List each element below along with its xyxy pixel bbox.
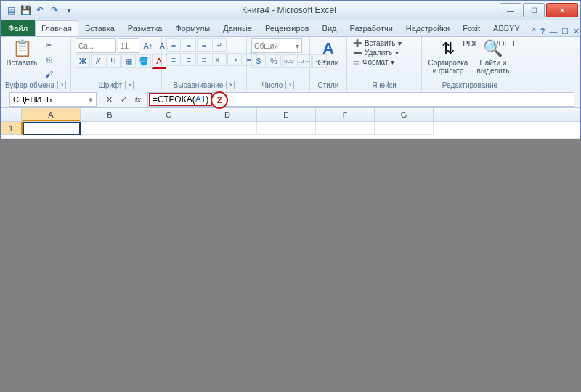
paste-button[interactable]: 📋 Вставить (5, 38, 38, 67)
formula-bar: СЦЕПИТЬ ▾ ✕ ✓ fx =СТРОКА(A1) 2 (1, 91, 580, 108)
formula-text-suffix: ) (206, 94, 208, 105)
align-right-button[interactable]: ≡ (197, 53, 211, 66)
ribbon-minimize-icon[interactable]: ^ (532, 27, 536, 36)
insert-function-button[interactable]: fx (131, 93, 145, 106)
save-icon[interactable]: 💾 (20, 4, 31, 16)
sort-filter-label: Сортировка и фильтр (426, 59, 470, 75)
group-alignment: ≡ ≡ ≡ ⤶ ≡ ≡ ≡ ⇤ ⇥ ⇔ Выравнивание↘ (162, 37, 247, 91)
file-tab[interactable]: Файл (1, 20, 35, 36)
find-icon: 🔍 (482, 38, 504, 59)
column-header-a[interactable]: A (22, 108, 81, 121)
row-header-1[interactable]: 1 (1, 122, 23, 135)
font-launcher[interactable]: ↘ (125, 81, 134, 89)
mdi-minimize-icon[interactable]: — (549, 27, 557, 36)
formula-input[interactable]: =СТРОКА(A1) 2 (147, 92, 574, 107)
redo-icon[interactable]: ↷ (49, 4, 60, 16)
column-header-f[interactable]: F (316, 108, 375, 121)
fill-color-button[interactable]: 🪣 (137, 54, 151, 68)
increase-indent-button[interactable]: ⇥ (227, 53, 242, 66)
cell-g1[interactable] (375, 122, 434, 135)
alignment-launcher[interactable]: ↘ (226, 81, 235, 89)
borders-button[interactable]: ▦ (121, 54, 136, 68)
number-launcher[interactable]: ↘ (285, 81, 294, 89)
cell-styles-button[interactable]: A Стили (314, 38, 342, 67)
mdi-close-icon[interactable]: ✕ (573, 27, 580, 36)
minimize-button[interactable]: — (500, 3, 521, 17)
align-middle-button[interactable]: ≡ (182, 38, 196, 52)
tab-view[interactable]: Вид (316, 20, 344, 36)
italic-button[interactable]: К (91, 54, 105, 68)
delete-cells-button[interactable]: ➖Удалить▾ (352, 48, 400, 57)
tab-abbyy[interactable]: ABBYY PDF T (487, 20, 527, 36)
format-icon: ▭ (353, 58, 359, 66)
decrease-indent-button[interactable]: ⇤ (212, 53, 227, 66)
align-center-button[interactable]: ≡ (182, 53, 196, 66)
column-header-e[interactable]: E (257, 108, 316, 121)
find-select-button[interactable]: 🔍 Найти и выделить (473, 38, 513, 75)
tab-pagelayout[interactable]: Разметка ст (121, 20, 169, 36)
tab-review[interactable]: Рецензиров (259, 20, 316, 36)
chevron-down-icon: ▾ (391, 58, 394, 66)
clipboard-launcher[interactable]: ↘ (57, 81, 66, 89)
mdi-restore-icon[interactable]: ☐ (561, 27, 569, 36)
close-button[interactable]: ✕ (546, 3, 578, 17)
font-size-combo[interactable]: 11 (118, 38, 139, 53)
bold-button[interactable]: Ж (76, 54, 90, 68)
delete-icon: ➖ (353, 49, 362, 57)
mdi-controls: ^ ? — ☐ ✕ (527, 27, 581, 36)
tab-home[interactable]: Главная (35, 20, 78, 36)
cell-f1[interactable] (316, 122, 375, 135)
group-cells-caption: Ячейки (372, 81, 397, 89)
maximize-button[interactable]: ☐ (523, 3, 545, 17)
quick-access-toolbar: ▤ 💾 ↶ ↷ ▾ (1, 4, 79, 16)
column-header-g[interactable]: G (375, 108, 434, 121)
tab-foxit[interactable]: Foxit PDF (456, 20, 487, 36)
comma-button[interactable]: 000 (282, 54, 296, 68)
column-header-c[interactable]: C (139, 108, 198, 121)
column-header-b[interactable]: B (81, 108, 139, 121)
styles-icon: A (317, 38, 339, 59)
group-cells: ➕Вставить▾ ➖Удалить▾ ▭Формат▾ Ячейки (347, 37, 422, 91)
tab-developer[interactable]: Разработчи (344, 20, 399, 36)
group-font-caption: Шрифт (99, 81, 123, 89)
tab-insert[interactable]: Вставка (78, 20, 121, 36)
cut-button[interactable]: ✂ (41, 38, 56, 52)
cell-c1[interactable] (139, 122, 198, 135)
group-alignment-caption: Выравнивание (174, 81, 224, 89)
tab-formulas[interactable]: Формулы (168, 20, 216, 36)
cell-b1[interactable] (81, 122, 139, 135)
cell-e1[interactable] (257, 122, 316, 135)
align-top-button[interactable]: ≡ (166, 38, 181, 52)
help-icon[interactable]: ? (540, 27, 545, 36)
underline-button[interactable]: Ч (106, 54, 121, 68)
wrap-text-button[interactable]: ⤶ (212, 38, 227, 52)
align-left-button[interactable]: ≡ (166, 53, 181, 66)
increase-decimal-button[interactable]: .0→ (297, 54, 312, 68)
tab-addins[interactable]: Надстройки (399, 20, 456, 36)
number-format-combo[interactable]: Общий▾ (251, 38, 302, 53)
percent-button[interactable]: % (267, 54, 281, 68)
cell-a1[interactable] (23, 122, 81, 135)
title-bar: ▤ 💾 ↶ ↷ ▾ Книга4 - Microsoft Excel — ☐ ✕ (1, 1, 580, 20)
tab-data[interactable]: Данные (216, 20, 259, 36)
cell-d1[interactable] (198, 122, 257, 135)
currency-button[interactable]: $ (251, 54, 266, 68)
sort-filter-button[interactable]: ⇅ Сортировка и фильтр (426, 38, 470, 75)
format-painter-button[interactable]: 🖌 (41, 68, 56, 81)
qat-dropdown-icon[interactable]: ▾ (63, 4, 75, 16)
copy-button[interactable]: ⎘ (41, 53, 56, 66)
font-name-combo[interactable]: Ca... (76, 38, 116, 53)
grow-font-button[interactable]: A↑ (141, 39, 155, 52)
enter-formula-button[interactable]: ✓ (117, 93, 130, 106)
undo-icon[interactable]: ↶ (34, 4, 46, 16)
align-bottom-button[interactable]: ≡ (197, 38, 211, 52)
insert-cells-button[interactable]: ➕Вставить▾ (352, 38, 403, 48)
name-box[interactable]: СЦЕПИТЬ ▾ (9, 92, 97, 107)
group-editing-caption: Редактирование (442, 81, 497, 89)
grid-cutoff (1, 135, 580, 139)
select-all-corner[interactable] (1, 108, 22, 121)
cancel-formula-button[interactable]: ✕ (102, 93, 115, 106)
column-header-d[interactable]: D (198, 108, 257, 121)
format-cells-button[interactable]: ▭Формат▾ (352, 57, 397, 67)
delete-cells-label: Удалить (365, 49, 392, 57)
